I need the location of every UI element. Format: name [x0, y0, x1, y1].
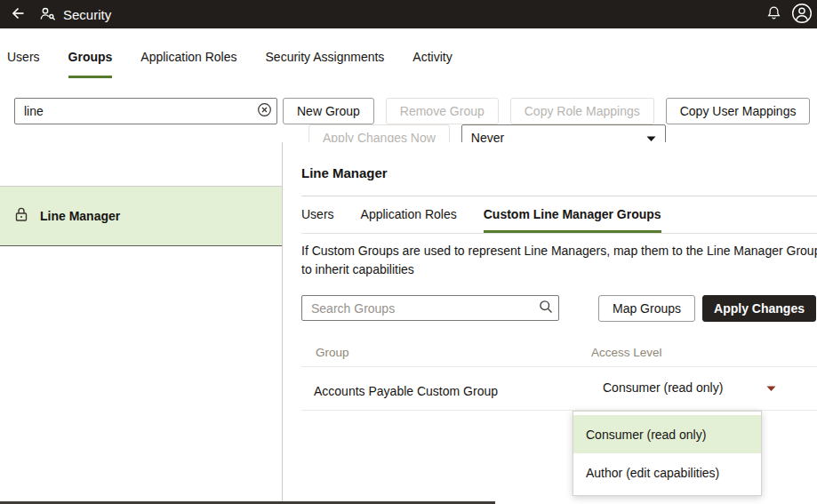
copy-user-mappings-button[interactable]: Copy User Mappings — [666, 98, 811, 124]
dropdown-option-consumer[interactable]: Consumer (read only) — [573, 415, 761, 453]
groups-list-panel: Line Manager — [0, 142, 283, 504]
triangle-down-icon — [766, 380, 776, 395]
circle-x-icon — [257, 102, 272, 120]
notifications-button[interactable] — [758, 0, 789, 28]
app-window: Security Users Groups Application Roles … — [0, 0, 817, 504]
tab-activity[interactable]: Activity — [413, 50, 452, 78]
group-actions-row: New Group Remove Group Copy Role Mapping… — [283, 98, 810, 124]
detail-tab-application-roles[interactable]: Application Roles — [361, 207, 457, 233]
apply-changes-button[interactable]: Apply Changes — [702, 295, 816, 322]
app-header: Security — [0, 0, 817, 28]
avatar[interactable] — [789, 0, 815, 28]
bell-icon — [766, 5, 781, 23]
column-header-access-level: Access Level — [591, 346, 662, 359]
table-row: Accounts Payable Custom Group Consumer (… — [301, 373, 817, 411]
cell-group-name: Accounts Payable Custom Group — [314, 384, 498, 398]
user-circle-icon — [791, 3, 813, 27]
detail-tab-users[interactable]: Users — [301, 207, 334, 233]
column-header-group: Group — [316, 346, 349, 359]
tab-application-roles[interactable]: Application Roles — [140, 50, 236, 78]
new-group-button[interactable]: New Group — [283, 98, 374, 124]
page-title: Security — [63, 7, 111, 22]
detail-divider — [301, 196, 817, 196]
access-level-select[interactable]: Consumer (read only) — [603, 380, 776, 395]
primary-tabs: Users Groups Application Roles Security … — [7, 50, 453, 78]
detail-title: Line Manager — [301, 165, 388, 180]
group-detail-panel: Line Manager Users Application Roles Cus… — [284, 142, 817, 504]
search-groups-button[interactable] — [533, 296, 558, 320]
remove-group-button[interactable]: Remove Group — [386, 98, 499, 124]
map-groups-button[interactable]: Map Groups — [598, 295, 695, 322]
access-level-dropdown: Consumer (read only) Author (edit capabi… — [573, 411, 762, 496]
magnifier-icon — [539, 300, 553, 316]
tab-users[interactable]: Users — [7, 50, 40, 78]
detail-tab-custom-line-manager-groups[interactable]: Custom Line Manager Groups — [484, 207, 661, 233]
copy-role-mappings-button[interactable]: Copy Role Mappings — [510, 98, 654, 124]
clear-search-button[interactable] — [252, 99, 276, 124]
back-button[interactable] — [0, 0, 34, 28]
custom-groups-table-header: Group Access Level — [301, 342, 817, 367]
detail-tabs: Users Application Roles Custom Line Mana… — [301, 207, 817, 234]
arrow-left-icon — [10, 6, 25, 23]
tab-groups[interactable]: Groups — [68, 50, 113, 78]
group-search-box — [14, 98, 277, 124]
lock-icon — [14, 206, 28, 226]
security-users-icon — [39, 6, 56, 22]
tab-security-assignments[interactable]: Security Assignments — [266, 50, 385, 78]
group-item-label: Line Manager — [40, 209, 120, 223]
access-level-value: Consumer (read only) — [603, 380, 723, 395]
custom-groups-controls: Map Groups Apply Changes — [301, 295, 817, 324]
dropdown-option-author[interactable]: Author (edit capabilities) — [573, 453, 761, 492]
group-search-input[interactable] — [15, 104, 252, 118]
list-item-line-manager[interactable]: Line Manager — [0, 186, 282, 246]
search-groups-box — [301, 295, 559, 321]
detail-description: If Custom Groups are used to represent L… — [301, 242, 817, 279]
search-groups-input[interactable] — [302, 301, 533, 316]
